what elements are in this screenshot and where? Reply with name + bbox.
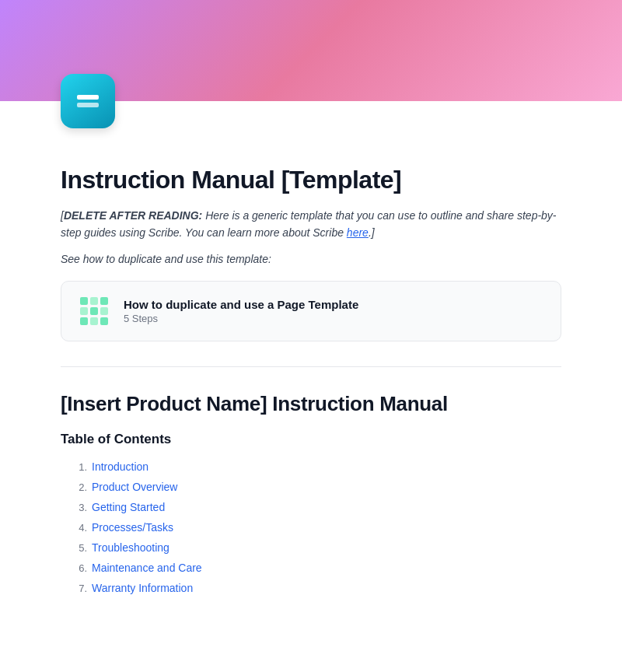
svg-rect-0 (77, 95, 99, 100)
content-wrapper: Instruction Manual [Template] [DELETE AF… (0, 128, 622, 629)
toc-item-link[interactable]: Introduction (92, 460, 149, 473)
toc-item-number: 2. (73, 481, 87, 493)
toc-item-link[interactable]: Getting Started (92, 501, 165, 513)
toc-item-link[interactable]: Troubleshooting (92, 541, 169, 554)
toc-item-link[interactable]: Maintenance and Care (92, 562, 202, 574)
app-icon (61, 74, 115, 128)
toc-item-number: 4. (73, 522, 87, 534)
main-title: Instruction Manual [Template] (61, 166, 561, 194)
toc-item-link[interactable]: Warranty Information (92, 582, 193, 594)
manual-section-title: [Insert Product Name] Instruction Manual (61, 392, 561, 416)
template-card[interactable]: How to duplicate and use a Page Template… (61, 281, 561, 341)
toc-item[interactable]: 4.Processes/Tasks (61, 517, 561, 537)
toc-item[interactable]: 3.Getting Started (61, 497, 561, 517)
template-card-title: How to duplicate and use a Page Template (124, 298, 358, 311)
section-divider (61, 366, 561, 367)
template-card-info: How to duplicate and use a Page Template… (124, 298, 358, 324)
toc-item[interactable]: 5.Troubleshooting (61, 537, 561, 558)
toc-list: 1.Introduction2.Product Overview3.Gettin… (61, 457, 561, 598)
scribe-link[interactable]: here (347, 226, 369, 239)
delete-notice-end: .] (369, 226, 375, 239)
toc-heading: Table of Contents (61, 432, 561, 447)
toc-item[interactable]: 6.Maintenance and Care (61, 558, 561, 578)
toc-item[interactable]: 7.Warranty Information (61, 578, 561, 598)
toc-item[interactable]: 2.Product Overview (61, 477, 561, 497)
toc-item-number: 6. (73, 562, 87, 574)
delete-label: DELETE AFTER READING: (64, 209, 202, 222)
delete-notice: [DELETE AFTER READING: Here is a generic… (61, 207, 561, 242)
toc-item-link[interactable]: Processes/Tasks (92, 521, 173, 534)
see-how-text: See how to duplicate and use this templa… (61, 253, 561, 265)
template-card-icon (77, 294, 111, 328)
toc-item-number: 7. (73, 583, 87, 594)
toc-item-number: 1. (73, 461, 87, 473)
template-card-steps: 5 Steps (124, 313, 358, 324)
toc-item-number: 3. (73, 502, 87, 513)
toc-item-link[interactable]: Product Overview (92, 481, 177, 493)
svg-rect-1 (77, 103, 99, 107)
toc-item[interactable]: 1.Introduction (61, 457, 561, 477)
toc-item-number: 5. (73, 542, 87, 554)
